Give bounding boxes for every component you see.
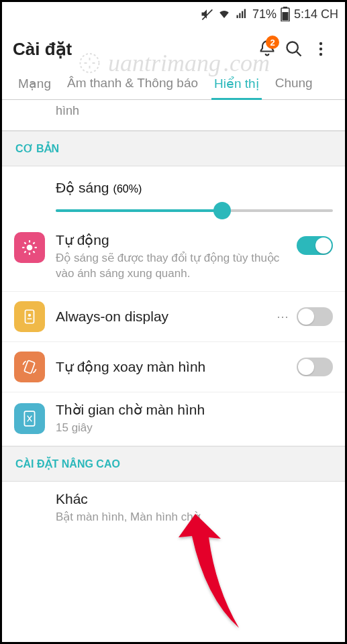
mute-icon [200,7,213,21]
svg-point-12 [319,53,322,56]
always-on-toggle[interactable] [297,307,333,326]
brightness-percent: (60%) [113,183,142,195]
svg-line-26 [33,242,34,244]
notifications-button[interactable]: 2 [254,36,281,62]
other-item[interactable]: Khác Bật màn hình, Màn hình chờ [2,482,345,535]
tab-network[interactable]: Mạng [10,69,59,99]
auto-brightness-sub: Độ sáng sẽ được thay đổi tự động tùy thu… [56,251,290,282]
svg-rect-7 [282,12,288,21]
wifi-icon [217,8,231,20]
always-on-item[interactable]: Always-on display ⋯ [2,292,345,342]
other-label: Khác [56,491,333,507]
svg-rect-30 [24,360,35,374]
always-on-more-icon[interactable]: ⋯ [270,309,297,324]
slider-thumb[interactable] [213,202,231,219]
auto-rotate-icon [14,352,45,382]
svg-line-24 [33,251,34,252]
truncated-item[interactable]: hình [2,100,345,131]
brightness-icon [14,232,45,263]
svg-rect-1 [236,15,238,19]
svg-point-11 [319,48,322,50]
battery-percent: 71% [252,7,277,21]
app-header: Cài đặt 2 [2,26,345,69]
more-button[interactable] [307,36,334,62]
brightness-label: Độ sáng [56,180,109,196]
svg-point-28 [28,314,31,317]
battery-icon [281,7,290,21]
other-sub: Bật màn hình, Màn hình chờ [56,510,333,525]
page-title: Cài đặt [13,39,72,60]
tab-general[interactable]: Chung [267,69,321,99]
brightness-title-row: Độ sáng (60%) [2,166,345,201]
svg-rect-3 [242,11,243,19]
tab-sound[interactable]: Âm thanh & Thông báo [59,69,206,99]
auto-brightness-toggle[interactable] [297,236,333,255]
svg-line-25 [24,251,26,252]
svg-point-18 [27,245,33,251]
svg-line-23 [24,242,26,244]
svg-rect-4 [244,9,246,19]
screen-timeout-item[interactable]: Thời gian chờ màn hình 15 giây [2,392,345,446]
screen-timeout-label: Thời gian chờ màn hình [56,402,333,418]
section-basic: CƠ BẢN [2,131,345,166]
auto-rotate-label: Tự động xoay màn hình [56,359,297,375]
auto-rotate-toggle[interactable] [297,358,333,376]
status-bar: 71% 5:14 CH [2,2,345,26]
auto-brightness-item[interactable]: Tự động Độ sáng sẽ được thay đổi tự động… [2,228,345,292]
brightness-slider-row [2,201,345,228]
status-time: 5:14 CH [294,7,338,21]
auto-rotate-item[interactable]: Tự động xoay màn hình [2,342,345,392]
tabs: Mạng Âm thanh & Thông báo Hiển thị Chung [2,69,345,100]
screen-timeout-sub: 15 giây [56,421,333,436]
always-on-icon [14,301,45,332]
notification-badge: 2 [266,36,279,49]
always-on-label: Always-on display [56,309,270,325]
screen-timeout-icon [14,403,45,434]
svg-point-8 [287,42,298,53]
svg-rect-2 [239,13,240,19]
search-button[interactable] [281,36,307,62]
tab-display[interactable]: Hiển thị [206,69,267,99]
signal-icon [235,8,248,20]
brightness-slider[interactable] [56,209,333,212]
auto-brightness-label: Tự động [56,232,290,248]
section-advanced: CÀI ĐẶT NÂNG CAO [2,446,345,482]
svg-point-10 [319,42,322,45]
scroll-content[interactable]: hình CƠ BẢN Độ sáng (60%) Tự động Độ sán… [2,100,345,535]
svg-line-9 [297,52,301,56]
